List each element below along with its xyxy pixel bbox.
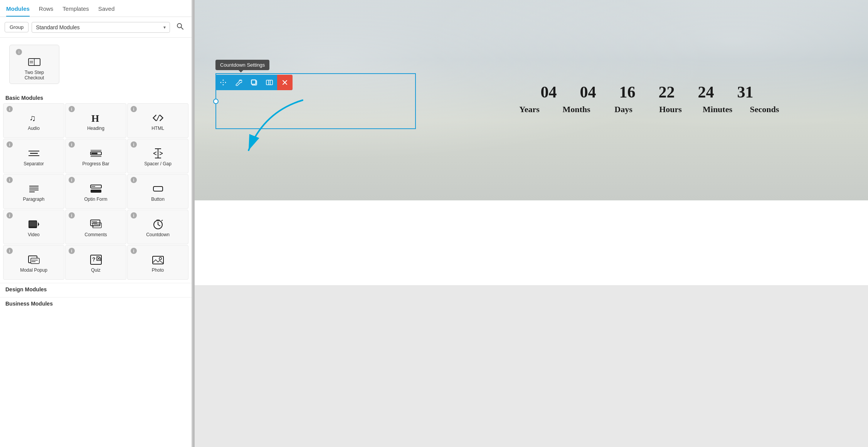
svg-line-47 bbox=[158, 225, 160, 226]
tab-modules[interactable]: Modules bbox=[6, 5, 30, 17]
copy-button[interactable] bbox=[246, 75, 262, 90]
quiz-icon: ? bbox=[90, 254, 102, 265]
svg-rect-17 bbox=[91, 153, 98, 154]
search-icon bbox=[176, 22, 184, 30]
info-icon: i bbox=[69, 106, 75, 112]
countdown-module-icon bbox=[152, 219, 164, 230]
audio-module-card[interactable]: i ♫ Audio bbox=[3, 103, 64, 138]
modal-popup-label: Modal Popup bbox=[20, 267, 47, 273]
paragraph-label: Paragraph bbox=[23, 197, 44, 202]
hero-background: Countdown Settings bbox=[195, 0, 868, 200]
button-module-card[interactable]: i Button bbox=[127, 174, 188, 209]
close-icon bbox=[282, 80, 288, 85]
countdown-toolbar bbox=[215, 75, 293, 90]
paragraph-icon bbox=[28, 183, 40, 194]
separator-icon bbox=[28, 148, 40, 159]
two-step-label: Two Step Checkout bbox=[16, 70, 53, 81]
group-button[interactable]: Group bbox=[5, 22, 29, 32]
info-icon: i bbox=[69, 141, 75, 148]
countdown-minutes: 24 bbox=[698, 83, 714, 101]
info-icon: i bbox=[131, 248, 137, 254]
close-button[interactable] bbox=[277, 75, 293, 90]
arrow-svg bbox=[241, 89, 318, 166]
html-module-card[interactable]: i HTML bbox=[127, 103, 188, 138]
svg-line-1 bbox=[181, 27, 183, 29]
separator-module-card[interactable]: i Separator bbox=[3, 139, 64, 173]
countdown-label: Countdown bbox=[146, 232, 170, 237]
html-label: HTML bbox=[151, 126, 164, 131]
settings-button[interactable] bbox=[231, 75, 246, 90]
modal-popup-module-card[interactable]: i Modal Popup bbox=[3, 245, 64, 280]
info-icon: i bbox=[7, 106, 13, 112]
countdown-months-label: Months bbox=[559, 104, 594, 114]
chevron-down-icon: ▾ bbox=[163, 25, 166, 30]
tab-templates[interactable]: Templates bbox=[62, 5, 89, 17]
move-icon bbox=[220, 79, 227, 86]
button-label: Button bbox=[151, 197, 165, 202]
info-icon: i bbox=[131, 141, 137, 148]
two-step-checkout-card[interactable]: i Two Step Checkout bbox=[9, 45, 59, 84]
info-icon: i bbox=[16, 49, 22, 55]
module-list: i Two Step Checkout Basic Modules i ♫ bbox=[0, 38, 192, 447]
svg-line-23 bbox=[153, 152, 156, 153]
group-select-label: Standard Modules bbox=[36, 24, 163, 30]
separator-label: Separator bbox=[24, 161, 44, 166]
svg-rect-61 bbox=[223, 82, 224, 83]
countdown-seconds-label: Seconds bbox=[747, 104, 782, 114]
countdown-labels: Years Months Days Hours Minutes Seconds bbox=[512, 104, 782, 114]
business-modules-header: Business Modules bbox=[0, 297, 192, 308]
countdown-years: 04 bbox=[541, 83, 557, 101]
countdown-numbers: 04 04 16 22 24 31 bbox=[541, 83, 754, 101]
svg-point-60 bbox=[159, 257, 161, 260]
canvas-bottom-area bbox=[195, 200, 868, 285]
info-icon: i bbox=[7, 212, 13, 218]
heading-label: Heading bbox=[87, 126, 104, 131]
photo-module-card[interactable]: i Photo bbox=[127, 245, 188, 280]
move-button[interactable] bbox=[215, 75, 231, 90]
paragraph-module-card[interactable]: i Paragraph bbox=[3, 174, 64, 209]
spacer-gap-icon bbox=[152, 148, 164, 159]
video-icon bbox=[28, 219, 40, 230]
svg-rect-51 bbox=[31, 258, 39, 264]
countdown-days-label: Days bbox=[606, 104, 641, 114]
svg-rect-59 bbox=[153, 256, 163, 264]
quiz-label: Quiz bbox=[91, 267, 101, 273]
countdown-display: 04 04 16 22 24 31 Years Months Days Hour… bbox=[426, 75, 868, 122]
svg-line-11 bbox=[160, 118, 163, 121]
button-icon bbox=[152, 183, 164, 194]
selection-handle[interactable] bbox=[213, 99, 219, 104]
spacer-gap-module-card[interactable]: i Spacer / Gap bbox=[127, 139, 188, 173]
design-modules-header: Design Modules bbox=[0, 283, 192, 294]
modal-popup-icon bbox=[28, 254, 40, 265]
quiz-module-card[interactable]: i ? Quiz bbox=[65, 245, 126, 280]
svg-marker-36 bbox=[38, 222, 39, 227]
basic-modules-grid: i ♫ Audio i H Heading i bbox=[0, 103, 192, 280]
svg-rect-34 bbox=[153, 187, 163, 191]
svg-rect-63 bbox=[251, 80, 256, 84]
video-module-card[interactable]: i Video bbox=[3, 210, 64, 244]
countdown-seconds: 31 bbox=[737, 83, 754, 101]
optin-form-module-card[interactable]: i Optin Form bbox=[65, 174, 126, 209]
tab-rows[interactable]: Rows bbox=[39, 5, 54, 17]
info-icon: i bbox=[131, 212, 137, 218]
columns-button[interactable] bbox=[262, 75, 277, 90]
comments-module-card[interactable]: i Comments bbox=[65, 210, 126, 244]
group-select[interactable]: Standard Modules ▾ bbox=[32, 22, 170, 33]
search-button[interactable] bbox=[173, 21, 187, 34]
svg-line-25 bbox=[160, 152, 163, 153]
svg-rect-37 bbox=[29, 221, 36, 227]
heading-module-card[interactable]: i H Heading bbox=[65, 103, 126, 138]
info-icon: i bbox=[7, 248, 13, 254]
countdown-module-card[interactable]: i Countdown bbox=[127, 210, 188, 244]
photo-label: Photo bbox=[152, 267, 164, 273]
html-icon bbox=[152, 113, 164, 123]
two-step-checkout-icon bbox=[28, 57, 40, 67]
svg-line-49 bbox=[161, 220, 163, 221]
svg-rect-32 bbox=[91, 190, 101, 193]
progress-bar-module-card[interactable]: i Progress Bar bbox=[65, 139, 126, 173]
arrow-container bbox=[241, 89, 318, 167]
nav-tabs: Modules Rows Templates Saved bbox=[0, 0, 192, 17]
info-icon: i bbox=[131, 177, 137, 183]
tab-saved[interactable]: Saved bbox=[98, 5, 115, 17]
comments-label: Comments bbox=[84, 232, 107, 237]
